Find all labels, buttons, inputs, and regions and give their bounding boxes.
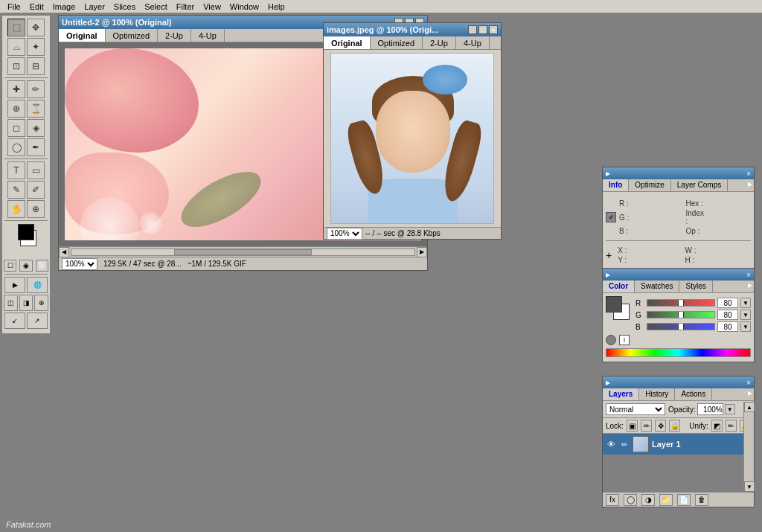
menu-filter[interactable]: Filter <box>172 1 199 12</box>
img-zoom-select[interactable]: 100% <box>327 228 362 240</box>
tool-healing[interactable]: ✚ <box>7 80 25 98</box>
color-mode-icon[interactable] <box>606 335 616 345</box>
menu-layer[interactable]: Layer <box>80 1 109 12</box>
add-mask-btn[interactable]: ◯ <box>624 494 637 506</box>
opacity-input[interactable] <box>697 403 723 415</box>
tool-magic-wand[interactable]: ✦ <box>27 38 45 56</box>
tool-move[interactable]: ✥ <box>27 19 45 36</box>
new-group-btn[interactable]: 📁 <box>659 494 673 506</box>
tab-original[interactable]: Original <box>59 29 106 42</box>
tool-lasso[interactable]: ⌓ <box>7 38 25 56</box>
img-tab-optimized[interactable]: Optimized <box>371 36 423 49</box>
lock-pixels-btn[interactable]: ✏ <box>641 420 652 432</box>
tab-4up[interactable]: 4-Up <box>191 29 225 42</box>
img-tab-4up[interactable]: 4-Up <box>456 36 490 49</box>
opacity-arrow[interactable]: ▼ <box>725 404 735 414</box>
g-arrow-btn[interactable]: ▼ <box>740 310 751 320</box>
b-slider-thumb[interactable] <box>678 323 684 330</box>
b-value-input[interactable]: 80 <box>717 321 738 332</box>
tool-marquee[interactable]: ⬚ <box>7 19 25 36</box>
sb-left-btn[interactable]: ◀ <box>59 247 69 257</box>
menu-image[interactable]: Image <box>48 1 80 12</box>
g-value-input[interactable]: 80 <box>717 310 738 320</box>
layers-panel-arrow[interactable]: ▶ <box>746 388 754 400</box>
fg-swatch[interactable] <box>606 296 622 313</box>
r-arrow-btn[interactable]: ▼ <box>740 298 751 308</box>
menu-edit[interactable]: Edit <box>25 1 48 12</box>
g-slider-thumb[interactable] <box>678 311 684 318</box>
menu-window[interactable]: Window <box>225 1 263 12</box>
tool-gradient[interactable]: ◈ <box>27 119 45 137</box>
ptab-info[interactable]: Info <box>603 179 629 191</box>
g-slider-track[interactable] <box>647 311 715 318</box>
r-value-input[interactable]: 80 <box>717 298 738 308</box>
tool-type[interactable]: T <box>7 161 25 179</box>
tool-hand[interactable]: ✋ <box>7 200 25 218</box>
r-slider-track[interactable] <box>647 299 715 307</box>
layers-sb-up[interactable]: ▲ <box>744 402 755 412</box>
img-tab-original[interactable]: Original <box>324 36 371 49</box>
menu-help[interactable]: Help <box>263 1 289 12</box>
b-arrow-btn[interactable]: ▼ <box>740 321 751 332</box>
ptab-color[interactable]: Color <box>603 281 635 292</box>
ptab-actions[interactable]: Actions <box>675 388 712 400</box>
layers-close-btn[interactable]: × <box>746 379 751 387</box>
tab-2up[interactable]: 2-Up <box>158 29 191 42</box>
img-tab-2up[interactable]: 2-Up <box>423 36 456 49</box>
extra-btn3[interactable]: ⊕ <box>34 295 48 311</box>
info-panel-arrow[interactable]: ▶ <box>746 179 754 191</box>
browser-btn[interactable]: 🌐 <box>27 277 48 293</box>
web-safe-icon[interactable]: ! <box>619 335 630 345</box>
tool-clone[interactable]: ⊕ <box>7 100 25 118</box>
extra-btn5[interactable]: ↗ <box>27 313 48 329</box>
tab-optimized[interactable]: Optimized <box>106 29 159 42</box>
foreground-color-swatch[interactable] <box>18 224 34 240</box>
unify-btn1[interactable]: ◩ <box>711 420 723 432</box>
ptab-history[interactable]: History <box>639 388 675 400</box>
r-slider-thumb[interactable] <box>678 299 684 307</box>
blend-mode-select[interactable]: Normal <box>606 403 665 415</box>
quick-mask-btn[interactable]: ◉ <box>19 260 32 272</box>
menu-slices[interactable]: Slices <box>109 1 140 12</box>
tool-slice[interactable]: ⊟ <box>27 57 45 75</box>
b-slider-track[interactable] <box>647 323 715 330</box>
sb-right-btn[interactable]: ▶ <box>417 247 427 257</box>
lock-all-btn[interactable]: 🔒 <box>669 420 680 432</box>
color-panel-arrow[interactable]: ▶ <box>746 281 754 292</box>
ptab-styles[interactable]: Styles <box>679 281 712 292</box>
menu-file[interactable]: File <box>3 1 25 12</box>
menu-select[interactable]: Select <box>140 1 172 12</box>
extra-btn2[interactable]: ◨ <box>19 295 33 311</box>
layer1-link[interactable]: ✏ <box>619 439 630 449</box>
tool-history-brush[interactable]: ⌛ <box>27 100 45 118</box>
tool-notes[interactable]: ✎ <box>7 181 25 199</box>
extra-btn1[interactable]: ◫ <box>4 295 18 311</box>
layer1-visibility[interactable]: 👁 <box>606 439 616 449</box>
jump-to-btn[interactable]: ▶ <box>4 277 25 293</box>
images-minimize[interactable]: _ <box>468 25 477 34</box>
screen-mode-btn[interactable]: ⬜ <box>36 260 48 272</box>
tool-eyedropper[interactable]: ✐ <box>27 181 45 199</box>
ptab-swatches[interactable]: Swatches <box>635 281 679 292</box>
tool-pen[interactable]: ✒ <box>27 138 45 156</box>
images-close[interactable]: × <box>489 25 498 34</box>
menu-view[interactable]: View <box>199 1 225 12</box>
tool-crop[interactable]: ⊡ <box>7 57 25 75</box>
layers-sb-down[interactable]: ▼ <box>744 481 755 492</box>
extra-btn4[interactable]: ↙ <box>4 313 25 329</box>
tool-dodge[interactable]: ◯ <box>7 138 25 156</box>
new-fill-btn[interactable]: ◑ <box>641 494 655 506</box>
unify-btn2[interactable]: ✏ <box>726 420 737 432</box>
add-style-btn[interactable]: fx <box>606 494 619 506</box>
tool-brush[interactable]: ✏ <box>27 80 45 98</box>
sb-thumb-h[interactable] <box>174 249 311 255</box>
lock-move-btn[interactable]: ✥ <box>655 420 666 432</box>
lock-transparent-btn[interactable]: ▣ <box>627 420 638 432</box>
color-close-btn[interactable]: × <box>746 271 751 279</box>
new-layer-btn[interactable]: 📄 <box>677 494 691 506</box>
color-spectrum-bar[interactable] <box>606 348 751 357</box>
info-close-btn[interactable]: × <box>746 170 751 178</box>
tool-shape[interactable]: ▭ <box>27 161 45 179</box>
zoom-select[interactable]: 100% <box>62 258 97 270</box>
standard-mode-btn[interactable]: ☐ <box>4 260 16 272</box>
